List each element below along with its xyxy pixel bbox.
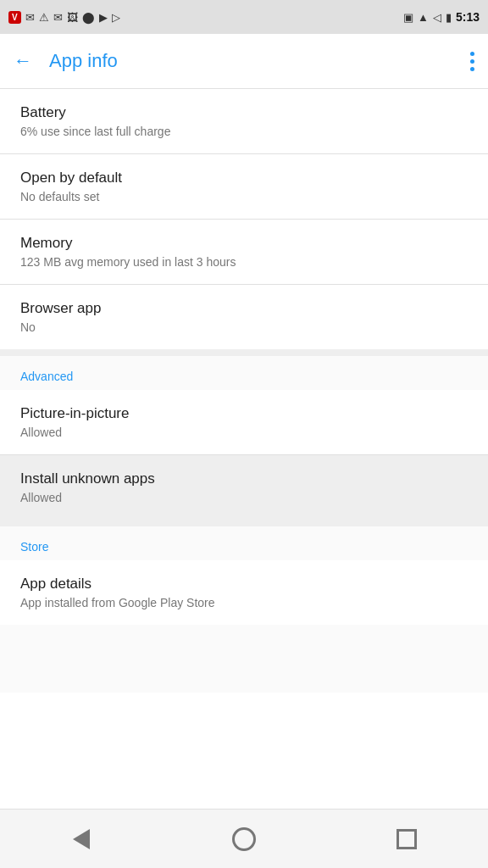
advanced-section-header: Advanced [0, 356, 488, 390]
app-details-title: App details [20, 576, 468, 593]
battery-item[interactable]: Battery 6% use since last full charge [0, 89, 488, 153]
more-options-button[interactable] [470, 52, 474, 71]
nav-home-button[interactable] [219, 814, 269, 865]
status-bar-right: ▣ ▲ ◁ ▮ 5:13 [403, 10, 480, 24]
picture-in-picture-item[interactable]: Picture-in-picture Allowed [0, 390, 488, 454]
status-bar: V ✉ ⚠ ✉ 🖼 ⬤ ▶ ▷ ▣ ▲ ◁ ▮ 5:13 [0, 0, 488, 34]
store-section-header: Store [0, 526, 488, 560]
triangle-icon: ▷ [112, 11, 120, 24]
nav-back-button[interactable] [56, 814, 107, 865]
open-by-default-subtitle: No defaults set [20, 190, 468, 203]
install-unknown-apps-title: Install unknown apps [20, 470, 468, 487]
section-divider-store [0, 520, 488, 526]
install-unknown-apps-subtitle: Allowed [20, 491, 468, 504]
warning-icon: ⚠ [39, 11, 49, 24]
advanced-label: Advanced [20, 370, 468, 383]
section-divider-advanced [0, 349, 488, 356]
content-area: Battery 6% use since last full charge Op… [0, 89, 488, 693]
home-circle-icon [232, 827, 256, 851]
memory-subtitle: 123 MB avg memory used in last 3 hours [20, 255, 468, 269]
memory-title: Memory [20, 235, 468, 252]
wifi-icon: ▲ [418, 11, 429, 24]
vivaldi-icon: V [8, 11, 21, 24]
battery-subtitle: 6% use since last full charge [20, 125, 468, 138]
email-icon: ✉ [25, 11, 35, 24]
browser-app-subtitle: No [20, 320, 468, 334]
app-bar: ← App info [0, 34, 488, 89]
open-by-default-item[interactable]: Open by default No defaults set [0, 154, 488, 219]
picture-in-picture-subtitle: Allowed [20, 426, 468, 439]
app-details-item[interactable]: App details App installed from Google Pl… [0, 560, 488, 625]
picture-in-picture-title: Picture-in-picture [20, 405, 468, 422]
page-title: App info [49, 50, 470, 72]
circle-icon: ⬤ [82, 11, 95, 24]
back-button[interactable]: ← [14, 50, 32, 72]
battery-title: Battery [20, 104, 468, 121]
image-icon: 🖼 [67, 11, 78, 24]
browser-app-title: Browser app [20, 300, 468, 317]
store-label: Store [20, 540, 468, 554]
memory-item[interactable]: Memory 123 MB avg memory used in last 3 … [0, 220, 488, 284]
open-by-default-title: Open by default [20, 170, 468, 186]
vibrate-icon: ▣ [403, 11, 413, 24]
battery-icon: ▮ [446, 11, 452, 24]
navigation-bar [0, 809, 488, 868]
nav-recents-button[interactable] [381, 814, 432, 865]
recents-square-icon [396, 829, 417, 849]
back-triangle-icon [73, 829, 90, 849]
install-unknown-apps-item[interactable]: Install unknown apps Allowed [0, 455, 488, 520]
bottom-spacer [0, 625, 488, 693]
signal-icon: ◁ [433, 11, 441, 24]
browser-app-item[interactable]: Browser app No [0, 285, 488, 349]
mail-icon: ✉ [53, 11, 63, 24]
status-bar-left: V ✉ ⚠ ✉ 🖼 ⬤ ▶ ▷ [8, 11, 120, 24]
play-icon: ▶ [99, 11, 108, 24]
app-details-subtitle: App installed from Google Play Store [20, 596, 468, 609]
status-time: 5:13 [456, 10, 480, 24]
